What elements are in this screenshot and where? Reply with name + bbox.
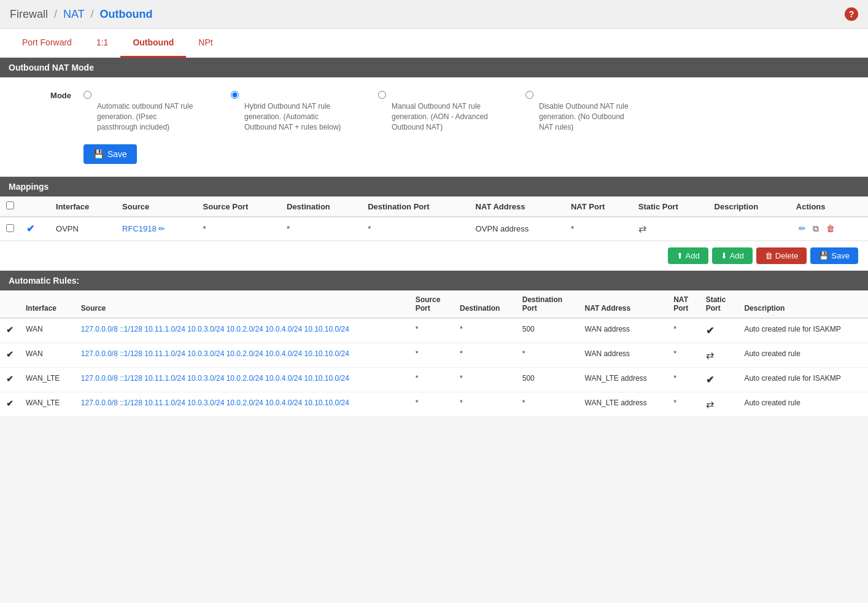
auto-row-destination-port: *: [516, 343, 579, 368]
auto-row-interface: WAN_LTE: [20, 368, 75, 392]
row-delete-button[interactable]: 🗑: [824, 222, 837, 235]
auto-row-interface: WAN: [20, 343, 75, 368]
auto-row-destination-port: 500: [516, 318, 579, 343]
auto-row-destination: *: [454, 343, 516, 368]
auto-rules-section: Interface Source SourcePort Destination …: [0, 290, 868, 417]
row-source-edit-icon[interactable]: ✏: [158, 224, 165, 233]
add-top-icon: ⬆: [676, 251, 683, 260]
col-nat-port: NAT Port: [565, 196, 632, 217]
auto-row-source: 127.0.0.0/8 ::1/128 10.11.1.0/24 10.0.3.…: [75, 318, 409, 343]
auto-rules-title: Automatic Rules:: [9, 276, 79, 286]
select-all-checkbox[interactable]: [6, 201, 14, 209]
auto-row-source-port: *: [409, 368, 454, 392]
row-description: [708, 217, 790, 241]
auto-row-nat-port: *: [667, 392, 699, 417]
page-header: Firewall / NAT / Outbound ?: [0, 0, 868, 29]
auto-row-enabled: ✔: [0, 392, 20, 417]
tab-port-forward[interactable]: Port Forward: [10, 29, 84, 58]
mode-radio-hybrid[interactable]: [231, 91, 239, 99]
mode-disable-text: Disable Outbound NAT rule generation. (N…: [525, 101, 636, 132]
add-bottom-button[interactable]: ⬇ Add: [712, 247, 753, 264]
row-nat-address: OVPN address: [470, 217, 565, 241]
auto-row-static-port: ⇄: [700, 343, 738, 368]
mode-radio-disable[interactable]: [525, 91, 533, 99]
mode-label: Mode: [10, 90, 83, 100]
breadcrumb-part2[interactable]: NAT: [63, 8, 84, 20]
row-destination-port: *: [362, 217, 469, 241]
mappings-save-label: Save: [831, 251, 850, 260]
mappings-section: Interface Source Source Port Destination…: [0, 196, 868, 271]
enabled-check-icon: ✔: [6, 325, 14, 335]
auto-row-enabled: ✔: [0, 368, 20, 392]
auto-row-description: Auto created rule: [738, 343, 868, 368]
row-interface: OVPN: [50, 217, 116, 241]
enabled-check-icon: ✔: [26, 224, 34, 234]
auto-row-static-port: ✔: [700, 318, 738, 343]
delete-label: Delete: [775, 251, 799, 260]
add-top-button[interactable]: ⬆ Add: [668, 247, 708, 264]
breadcrumb-sep1: /: [54, 8, 57, 20]
nat-mode-header: Outbound NAT Mode: [0, 58, 868, 77]
auto-col-interface: Interface: [20, 290, 75, 318]
tab-npt[interactable]: NPt: [186, 29, 225, 58]
breadcrumb: Firewall / NAT / Outbound: [10, 8, 152, 21]
breadcrumb-part1: Firewall: [10, 8, 48, 20]
auto-col-nat-address: NAT Address: [579, 290, 668, 318]
mode-radio-auto[interactable]: [83, 91, 91, 99]
add-bottom-label: Add: [730, 251, 744, 260]
auto-row-nat-port: *: [667, 343, 699, 368]
mappings-save-button[interactable]: 💾 Save: [810, 247, 858, 264]
static-port-shuffle-icon: ⇄: [706, 350, 714, 360]
mode-option-disable: Disable Outbound NAT rule generation. (N…: [525, 90, 636, 132]
delete-button[interactable]: 🗑 Delete: [756, 247, 807, 264]
auto-rules-header: Automatic Rules:: [0, 271, 868, 290]
auto-row-description: Auto created rule: [738, 392, 868, 417]
auto-row-nat-address: WAN_LTE address: [579, 368, 668, 392]
tab-outbound[interactable]: Outbound: [120, 29, 186, 58]
enabled-check-icon: ✔: [6, 349, 14, 359]
col-actions: Actions: [790, 196, 868, 217]
auto-row-source: 127.0.0.0/8 ::1/128 10.11.1.0/24 10.0.3.…: [75, 343, 409, 368]
auto-row-nat-port: *: [667, 318, 699, 343]
row-source-link[interactable]: RFC1918: [122, 224, 157, 233]
save-disk-icon: 💾: [93, 149, 104, 159]
nat-mode-save-label: Save: [107, 149, 127, 159]
row-edit-button[interactable]: ✏: [796, 222, 808, 235]
auto-row-source-port: *: [409, 318, 454, 343]
auto-rules-table: Interface Source SourcePort Destination …: [0, 290, 868, 417]
nat-mode-save-button[interactable]: 💾 Save: [83, 144, 137, 164]
auto-row-source: 127.0.0.0/8 ::1/128 10.11.1.0/24 10.0.3.…: [75, 368, 409, 392]
auto-row-nat-address: WAN address: [579, 343, 668, 368]
mappings-title: Mappings: [9, 182, 48, 192]
mappings-footer: ⬆ Add ⬇ Add 🗑 Delete 💾 Save: [0, 241, 868, 271]
col-nat-address: NAT Address: [470, 196, 565, 217]
auto-row-nat-address: WAN_LTE address: [579, 392, 668, 417]
auto-row-source: 127.0.0.0/8 ::1/128 10.11.1.0/24 10.0.3.…: [75, 392, 409, 417]
auto-row-nat-address: WAN address: [579, 318, 668, 343]
nat-mode-title: Outbound NAT Mode: [9, 63, 94, 72]
row-source-port: *: [197, 217, 281, 241]
row-copy-button[interactable]: ⧉: [810, 222, 821, 235]
auto-row-destination: *: [454, 368, 516, 392]
mode-row: Mode Automatic outbound NAT rule generat…: [10, 90, 858, 132]
mode-option-auto: Automatic outbound NAT rule generation. …: [83, 90, 194, 132]
auto-rule-row: ✔ WAN 127.0.0.0/8 ::1/128 10.11.1.0/24 1…: [0, 318, 868, 343]
auto-row-destination: *: [454, 392, 516, 417]
col-destination-port: Destination Port: [362, 196, 469, 217]
mode-radio-manual[interactable]: [378, 91, 386, 99]
tab-one-to-one[interactable]: 1:1: [84, 29, 120, 58]
enabled-check-icon: ✔: [6, 374, 14, 384]
mode-options: Automatic outbound NAT rule generation. …: [83, 90, 636, 132]
auto-rule-row: ✔ WAN_LTE 127.0.0.0/8 ::1/128 10.11.1.0/…: [0, 368, 868, 392]
row-checkbox[interactable]: [6, 224, 14, 232]
static-port-check-icon: ✔: [706, 375, 714, 385]
auto-col-enabled: [0, 290, 20, 318]
row-static-port-shuffle-icon: ⇄: [638, 224, 646, 234]
help-icon[interactable]: ?: [845, 7, 858, 21]
static-port-check-icon: ✔: [706, 325, 714, 336]
auto-row-nat-port: *: [667, 368, 699, 392]
auto-rule-row: ✔ WAN_LTE 127.0.0.0/8 ::1/128 10.11.1.0/…: [0, 392, 868, 417]
mappings-table: Interface Source Source Port Destination…: [0, 196, 868, 241]
add-bottom-icon: ⬇: [721, 251, 727, 260]
breadcrumb-part3: Outbound: [99, 8, 152, 20]
